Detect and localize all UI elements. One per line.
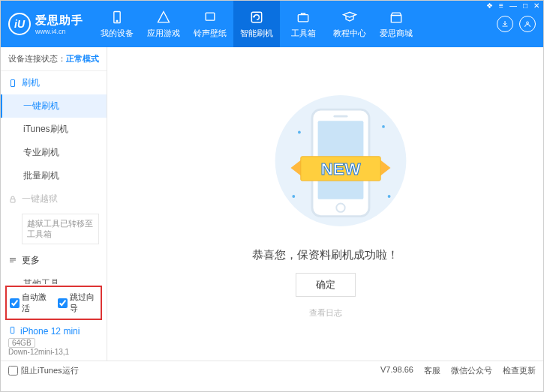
- toolbox-icon: [295, 9, 311, 25]
- tutorial-icon: [341, 9, 358, 25]
- options-row: 自动激活 跳过向导: [5, 286, 102, 320]
- nav-store[interactable]: 爱思商城: [373, 1, 419, 47]
- skip-guide-checkbox[interactable]: 跳过向导: [58, 292, 98, 314]
- nav-my-device[interactable]: 我的设备: [94, 1, 140, 47]
- version-label: V7.98.66: [380, 365, 413, 376]
- close-icon[interactable]: ✕: [533, 1, 539, 10]
- tool-icon[interactable]: ❖: [486, 1, 493, 10]
- sidebar-item-pro[interactable]: 专业刷机: [1, 141, 107, 164]
- svg-rect-8: [11, 327, 14, 333]
- svg-point-5: [527, 22, 529, 24]
- sidebar-section-more[interactable]: 更多: [1, 249, 107, 272]
- maximize-icon[interactable]: □: [523, 1, 527, 10]
- logo-icon: iU: [8, 13, 31, 35]
- svg-rect-2: [206, 13, 215, 20]
- nav-apps[interactable]: 应用游戏: [140, 1, 187, 47]
- success-illustration: NEW: [269, 89, 382, 239]
- sidebar-section-flash[interactable]: 刷机: [1, 71, 107, 94]
- nav-ringtones[interactable]: 铃声壁纸: [187, 1, 233, 47]
- svg-rect-13: [333, 115, 347, 118]
- svg-point-1: [116, 20, 118, 22]
- app-url: www.i4.cn: [35, 28, 83, 35]
- storage-badge: 64GB: [8, 338, 35, 348]
- more-icon: [8, 256, 17, 265]
- success-message: 恭喜您，保资料刷机成功啦！: [252, 248, 398, 262]
- confirm-button[interactable]: 确定: [296, 273, 356, 297]
- flash-icon: [248, 9, 265, 25]
- apps-icon: [155, 9, 172, 25]
- app-logo: iU 爱思助手 www.i4.cn: [1, 13, 94, 35]
- svg-rect-4: [298, 15, 308, 22]
- new-badge-text: NEW: [320, 159, 361, 178]
- view-log-link[interactable]: 查看日志: [309, 307, 342, 319]
- phone-small-icon: [8, 79, 17, 88]
- sidebar-item-oneclick[interactable]: 一键刷机: [1, 94, 107, 118]
- sidebar-section-jailbreak[interactable]: 一键越狱: [1, 187, 107, 211]
- store-icon: [388, 9, 404, 25]
- sidebar-item-itunes[interactable]: iTunes刷机: [1, 118, 107, 141]
- svg-point-18: [387, 195, 390, 198]
- jailbreak-note: 越狱工具已转移至工具箱: [22, 214, 99, 244]
- svg-point-16: [298, 131, 301, 134]
- main-panel: NEW 恭喜您，保资料刷机成功啦！ 确定 查看日志: [107, 47, 543, 361]
- device-sub: Down-12mini-13,1: [8, 348, 99, 356]
- device-block[interactable]: iPhone 12 mini 64GB Down-12mini-13,1: [1, 323, 107, 361]
- connection-status: 设备连接状态：正常模式: [1, 47, 107, 71]
- main-nav: 我的设备 应用游戏 铃声壁纸 智能刷机 工具箱 教程中心 爱思商城: [94, 1, 419, 47]
- block-itunes-checkbox[interactable]: 阻止iTunes运行: [8, 365, 79, 376]
- user-button[interactable]: [519, 16, 536, 32]
- device-phone-icon: [8, 326, 17, 337]
- svg-rect-6: [11, 79, 15, 86]
- menu-icon[interactable]: ≡: [499, 1, 503, 10]
- nav-flash[interactable]: 智能刷机: [233, 1, 280, 47]
- download-button[interactable]: [497, 16, 513, 32]
- nav-tutorials[interactable]: 教程中心: [326, 1, 373, 47]
- device-name: iPhone 12 mini: [20, 326, 80, 337]
- header: iU 爱思助手 www.i4.cn 我的设备 应用游戏 铃声壁纸 智能刷机 工具…: [1, 1, 543, 47]
- sidebar-item-batch[interactable]: 批量刷机: [1, 164, 107, 187]
- minimize-icon[interactable]: —: [509, 1, 517, 10]
- lock-icon: [8, 195, 17, 204]
- wallpaper-icon: [202, 9, 218, 25]
- update-link[interactable]: 检查更新: [503, 365, 536, 376]
- nav-toolbox[interactable]: 工具箱: [280, 1, 326, 47]
- service-link[interactable]: 客服: [424, 365, 440, 376]
- sidebar-item-other[interactable]: 其他工具: [1, 272, 107, 284]
- footer: 阻止iTunes运行 V7.98.66 客服 微信公众号 检查更新: [1, 361, 543, 380]
- wechat-link[interactable]: 微信公众号: [451, 365, 492, 376]
- svg-point-19: [292, 195, 295, 198]
- auto-activate-checkbox[interactable]: 自动激活: [10, 292, 50, 314]
- sidebar: 设备连接状态：正常模式 刷机 一键刷机 iTunes刷机 专业刷机 批量刷机 一…: [1, 47, 107, 361]
- svg-point-17: [382, 125, 385, 128]
- app-name: 爱思助手: [35, 13, 83, 28]
- svg-rect-7: [11, 199, 15, 202]
- phone-icon: [109, 9, 125, 25]
